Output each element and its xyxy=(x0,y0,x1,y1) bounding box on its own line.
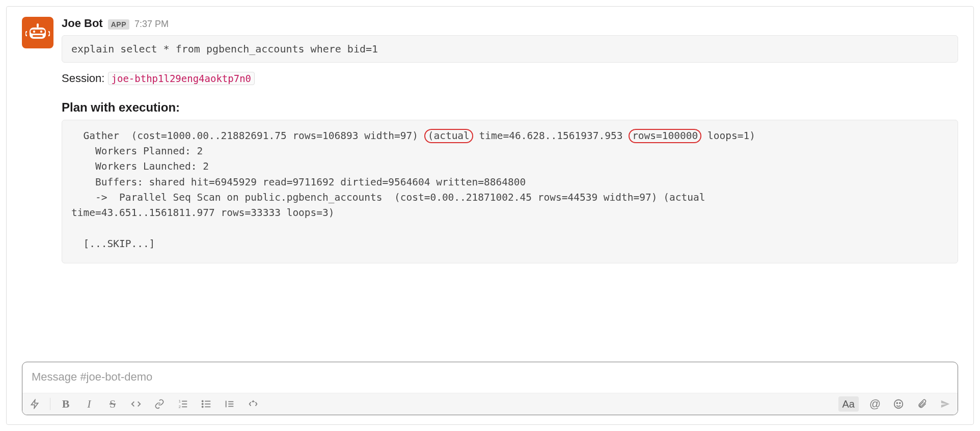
message-row: Joe Bot APP 7:37 PM explain select * fro… xyxy=(22,17,958,263)
bolt-icon[interactable] xyxy=(28,396,42,412)
svg-rect-4 xyxy=(33,35,43,37)
app-badge: APP xyxy=(108,19,129,30)
attach-button[interactable] xyxy=(915,396,929,412)
svg-point-24 xyxy=(896,402,897,403)
svg-point-3 xyxy=(40,31,42,33)
strike-button[interactable]: S xyxy=(105,396,120,412)
send-button[interactable] xyxy=(938,396,952,412)
plan-line: Workers Planned: 2 xyxy=(71,145,203,157)
svg-rect-1 xyxy=(31,30,45,34)
svg-text:2: 2 xyxy=(179,405,181,409)
plan-line: loops=1) xyxy=(707,130,755,142)
format-toggle-button[interactable]: Aa xyxy=(838,396,859,412)
svg-point-25 xyxy=(900,402,901,403)
emoji-button[interactable] xyxy=(891,396,906,412)
svg-point-16 xyxy=(202,406,203,407)
svg-rect-5 xyxy=(37,23,39,28)
svg-point-23 xyxy=(894,400,903,409)
code-block-button[interactable] xyxy=(246,396,260,412)
plan-block: Gather (cost=1000.00..21882691.75 rows=1… xyxy=(62,120,958,263)
plan-line: Workers Launched: 2 xyxy=(71,160,209,172)
code-button[interactable] xyxy=(129,396,143,412)
quote-button[interactable] xyxy=(223,396,237,412)
highlight-actual: (actual xyxy=(424,129,473,143)
svg-text:1: 1 xyxy=(179,399,181,403)
session-line: Session: joe-bthp1l29eng4aoktp7n0 xyxy=(62,72,958,85)
session-label: Session: xyxy=(62,72,104,85)
author-name: Joe Bot xyxy=(62,17,103,30)
timestamp: 7:37 PM xyxy=(134,19,169,30)
session-id[interactable]: joe-bthp1l29eng4aoktp7n0 xyxy=(108,72,255,85)
italic-button[interactable]: I xyxy=(82,396,96,412)
message-body: Joe Bot APP 7:37 PM explain select * fro… xyxy=(62,17,958,263)
mention-button[interactable]: @ xyxy=(868,396,882,412)
link-button[interactable] xyxy=(152,396,167,412)
bold-button[interactable]: B xyxy=(59,396,73,412)
svg-point-15 xyxy=(202,403,203,405)
plan-line: time=46.628..1561937.953 xyxy=(479,130,623,142)
divider xyxy=(50,398,50,410)
plan-line: -> Parallel Seq Scan on public.pgbench_a… xyxy=(71,192,705,203)
avatar xyxy=(22,17,53,48)
message-input[interactable] xyxy=(22,362,958,393)
bullet-list-button[interactable] xyxy=(199,396,213,412)
app-frame: Joe Bot APP 7:37 PM explain select * fro… xyxy=(6,6,974,425)
plan-line: Gather (cost=1000.00..21882691.75 rows=1… xyxy=(71,130,424,142)
composer-toolbar: B I S 12 xyxy=(22,393,958,415)
highlight-rows: rows=100000 xyxy=(629,129,701,143)
ordered-list-button[interactable]: 12 xyxy=(176,396,190,412)
plan-line: time=43.651..1561811.977 rows=33333 loop… xyxy=(71,207,335,219)
svg-point-14 xyxy=(202,400,203,401)
robot-icon xyxy=(25,20,50,45)
plan-line: Buffers: shared hit=6945929 read=9711692… xyxy=(71,176,526,188)
query-block: explain select * from pgbench_accounts w… xyxy=(62,35,958,63)
composer: B I S 12 xyxy=(22,362,958,415)
message-header: Joe Bot APP 7:37 PM xyxy=(62,17,958,30)
plan-skip: [...SKIP...] xyxy=(71,238,155,250)
svg-point-2 xyxy=(33,31,35,33)
plan-title: Plan with execution: xyxy=(62,100,958,115)
